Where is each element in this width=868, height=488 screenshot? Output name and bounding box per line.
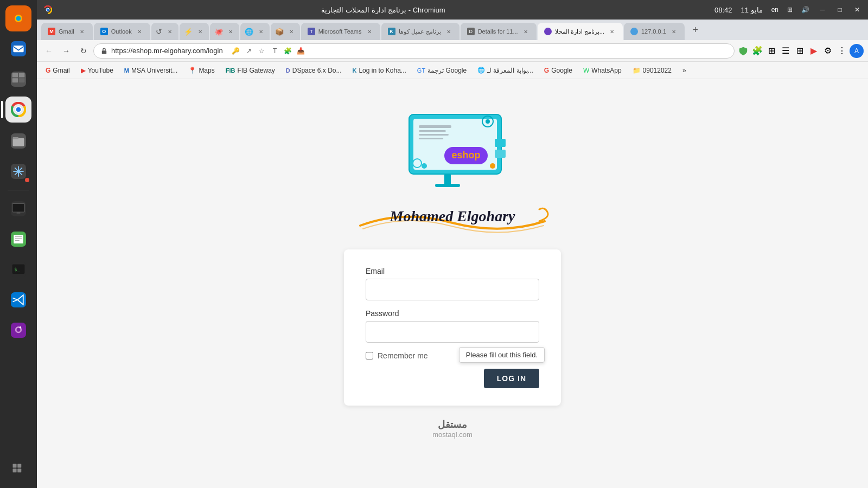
svg-point-20 [17, 170, 20, 172]
extensions-area: 🧩 ⊞ ☰ ⊞ ▶ ⚙ ⋮ A [737, 44, 864, 58]
svg-rect-23 [17, 213, 21, 214]
sidebar-monitor[interactable] [5, 196, 31, 222]
bookmark-portal[interactable]: 🌐 بوابة المعرفة لـ... [473, 66, 538, 75]
sidebar-app-grid[interactable] [5, 457, 31, 483]
tab-gmail[interactable]: M Gmail ✕ [41, 23, 93, 40]
ext-more-icon[interactable]: ⋮ [835, 44, 848, 57]
bookmark-fib[interactable]: FIB FIB Gateway [221, 66, 279, 75]
time-display: 08:42 [714, 6, 732, 14]
ext-shield-icon[interactable] [737, 44, 750, 57]
tab-icon3[interactable]: 🐙 ✕ [210, 23, 239, 40]
title-bar-controls: 08:42 11 مايو en ⊞ 🔊 ─ □ ✕ [714, 5, 861, 14]
sidebar-files[interactable] [5, 128, 31, 154]
extension2-icon[interactable]: 📥 [296, 46, 307, 56]
remember-row: Remember me Please fill out this field. [366, 351, 539, 360]
tab-close-icon3[interactable]: ✕ [226, 27, 235, 36]
bookmarks-more[interactable]: » [678, 66, 691, 75]
email-input[interactable] [366, 279, 539, 300]
svg-rect-37 [13, 464, 17, 468]
sidebar-text-editor[interactable] [5, 226, 31, 252]
tab-close-local[interactable]: ✕ [669, 27, 678, 36]
sidebar-settings[interactable] [5, 158, 31, 184]
ext-list-icon[interactable]: ☰ [779, 44, 792, 57]
bookmark-favicon-whatsapp: W [583, 67, 589, 74]
login-button[interactable]: LOG IN [484, 369, 539, 388]
bookmark-maps[interactable]: 📍 Maps [184, 66, 219, 75]
ext-apps-icon[interactable]: ⊞ [765, 44, 778, 57]
sidebar-photo-app[interactable] [5, 317, 31, 343]
tab-close-details[interactable]: ✕ [521, 27, 530, 36]
tab-close-gmail[interactable]: ✕ [78, 27, 86, 36]
tab-local[interactable]: 127.0.0.1 ✕ [624, 23, 685, 40]
extension1-icon[interactable]: 🧩 [283, 46, 293, 56]
sidebar-chromium[interactable] [5, 97, 31, 123]
bookmark-whatsapp[interactable]: W WhatsApp [579, 66, 626, 75]
translate-icon[interactable]: T [270, 46, 280, 56]
svg-point-35 [17, 328, 21, 332]
minimize-button[interactable]: ─ [818, 5, 827, 14]
user-menu-icon[interactable]: A [850, 44, 864, 58]
svg-rect-42 [102, 50, 106, 54]
svg-rect-22 [12, 203, 25, 212]
password-input[interactable] [366, 321, 539, 343]
svg-rect-38 [17, 464, 21, 468]
svg-rect-56 [495, 139, 506, 147]
back-button[interactable]: ← [41, 43, 56, 59]
close-button[interactable]: ✕ [853, 5, 861, 14]
tab-close-icon5[interactable]: ✕ [287, 27, 296, 36]
svg-rect-13 [13, 138, 24, 146]
tab-details[interactable]: D Details for 11... ✕ [461, 23, 537, 40]
bookmark-favicon-google: G [544, 67, 549, 74]
bookmark-youtube[interactable]: ▶ YouTube [76, 66, 118, 75]
svg-text:Mohamed Elgohary: Mohamed Elgohary [389, 208, 515, 224]
ext-grid-icon[interactable]: ⊞ [793, 44, 806, 57]
login-form: Email Password Remember me Please fill o… [344, 249, 561, 406]
key-icon[interactable]: 🔑 [231, 46, 241, 56]
tab-close-teams[interactable]: ✕ [365, 27, 374, 36]
page-content: eshop [37, 79, 868, 488]
tab-koha[interactable]: K برنامج عميل كوها ✕ [381, 23, 459, 40]
forward-button[interactable]: → [59, 43, 74, 59]
bookmark-folder[interactable]: 📁 09012022 [628, 66, 676, 75]
tab-close-icon2[interactable]: ✕ [196, 27, 205, 36]
sidebar-firefox[interactable] [5, 5, 31, 31]
tab-close-eshop[interactable]: ✕ [608, 27, 616, 36]
tab-outlook[interactable]: O Outlook ✕ [94, 23, 150, 40]
tab-close-icon1[interactable]: ✕ [165, 27, 174, 36]
svg-rect-45 [419, 125, 451, 128]
ext-puzzle-icon[interactable]: 🧩 [751, 44, 764, 57]
ext-star-icon[interactable]: ⚙ [821, 44, 834, 57]
tab-icon1[interactable]: ↺ ✕ [151, 23, 178, 40]
sidebar-image-viewer[interactable] [5, 66, 31, 92]
reload-button[interactable]: ↻ [76, 43, 91, 59]
bookmark-dspace[interactable]: D DSpace 6.x Do... [282, 66, 346, 75]
bookmark-koha[interactable]: K Log in to Koha... [348, 66, 410, 75]
bookmark-google[interactable]: G Google [540, 66, 577, 75]
share-icon[interactable]: ↗ [244, 46, 254, 56]
address-bar[interactable]: https://eshop.mr-elgohary.com/login 🔑 ↗ … [93, 43, 735, 59]
svg-rect-57 [495, 150, 506, 158]
sidebar-email[interactable] [5, 36, 31, 62]
tab-icon2[interactable]: ⚡ ✕ [180, 23, 209, 40]
bookmark-gmail[interactable]: G Gmail [41, 66, 74, 75]
sidebar-vscode[interactable] [5, 287, 31, 313]
tab-icon5[interactable]: 📦 ✕ [271, 23, 300, 40]
bookmark-msa[interactable]: M MSA Universit... [120, 66, 182, 75]
remember-checkbox[interactable] [366, 352, 373, 359]
svg-rect-39 [13, 468, 17, 472]
tab-close-koha[interactable]: ✕ [444, 27, 453, 36]
tab-close-outlook[interactable]: ✕ [135, 27, 144, 36]
svg-point-41 [46, 8, 49, 11]
maximize-button[interactable]: □ [835, 5, 844, 14]
bookmark-star-icon[interactable]: ☆ [257, 46, 267, 56]
tab-icon4[interactable]: 🌐 ✕ [240, 23, 270, 40]
email-label: Email [366, 267, 539, 275]
tab-favicon-outlook: O [100, 28, 108, 35]
tab-teams[interactable]: T Microsoft Teams ✕ [301, 23, 380, 40]
sidebar-terminal[interactable]: $_ [5, 256, 31, 282]
ext-tube-icon[interactable]: ▶ [807, 44, 820, 57]
bookmark-google-translate[interactable]: GT ترجمة Google [413, 66, 471, 75]
new-tab-button[interactable]: + [688, 22, 703, 37]
tab-close-icon4[interactable]: ✕ [257, 27, 265, 36]
tab-eshop[interactable]: برنامج ادارة المحلا... ✕ [538, 23, 623, 40]
